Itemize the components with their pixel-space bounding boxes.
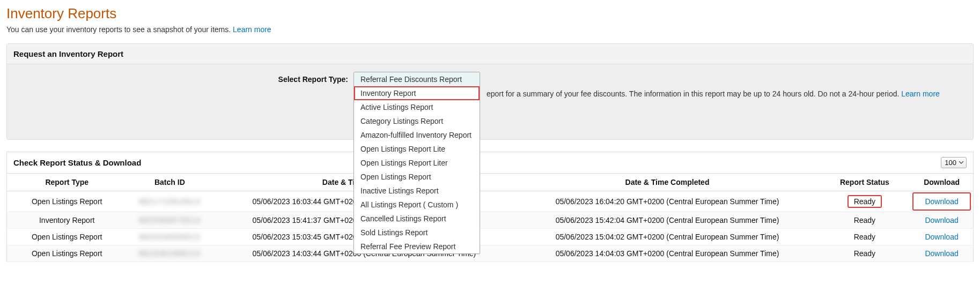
download-link[interactable]: Download bbox=[925, 216, 958, 225]
cell-download: Download bbox=[910, 191, 973, 212]
cell-report-type: Open Listings Report bbox=[7, 229, 127, 245]
cell-date-completed: 05/06/2023 15:04:02 GMT+0200 (Central Eu… bbox=[515, 229, 819, 245]
table-row: Inventory Report882008907501305/06/2023 … bbox=[7, 212, 974, 229]
col-download: Download bbox=[910, 174, 973, 191]
table-row: Open Listings Report882004609901305/06/2… bbox=[7, 229, 974, 245]
subtitle-text: You can use your inventory reports to se… bbox=[6, 25, 233, 34]
table-row: Open Listings Report881938198921305/06/2… bbox=[7, 245, 974, 262]
table-header-row: Report Type Batch ID Date & Time Request… bbox=[7, 174, 974, 191]
dropdown-option[interactable]: All Listings Report ( Custom ) bbox=[354, 198, 480, 212]
report-description-text: eport for a summary of your fee discount… bbox=[487, 89, 901, 98]
cell-report-type: Inventory Report bbox=[7, 212, 127, 229]
dropdown-option[interactable]: Open Listings Report Lite bbox=[354, 142, 480, 156]
status-panel-header-row: Check Report Status & Download 100 bbox=[6, 152, 974, 173]
cell-batch-id: 8820089075013 bbox=[127, 212, 212, 229]
request-report-header: Request an Inventory Report bbox=[7, 44, 973, 64]
table-row: Open Listings Report882171091091305/06/2… bbox=[7, 191, 974, 212]
dropdown-option[interactable]: Referral Fee Discounts Report bbox=[354, 72, 480, 86]
cell-date-completed: 05/06/2023 16:04:20 GMT+0200 (Central Eu… bbox=[515, 191, 819, 212]
cell-report-status: Ready bbox=[819, 229, 911, 245]
cell-report-type: Open Listings Report bbox=[7, 191, 127, 212]
col-report-type: Report Type bbox=[7, 174, 127, 191]
request-report-panel: Request an Inventory Report Select Repor… bbox=[6, 43, 974, 140]
cell-batch-id: 8821710910913 bbox=[127, 191, 212, 212]
request-report-body: Select Report Type: Referral Fee Discoun… bbox=[7, 64, 973, 139]
dropdown-option[interactable]: Open Listings Report bbox=[354, 170, 480, 184]
cell-date-completed: 05/06/2023 15:42:04 GMT+0200 (Central Eu… bbox=[515, 212, 819, 229]
dropdown-option[interactable]: Amazon-fulfilled Inventory Report bbox=[354, 128, 480, 142]
dropdown-option[interactable]: Sold Listings Report bbox=[354, 226, 480, 240]
cell-download: Download bbox=[910, 229, 973, 245]
download-link[interactable]: Download bbox=[925, 233, 958, 241]
cell-download: Download bbox=[910, 212, 973, 229]
dropdown-option[interactable]: Cancelled Listings Report bbox=[354, 212, 480, 226]
download-link[interactable]: Download bbox=[925, 197, 958, 206]
cell-report-status: Ready bbox=[819, 245, 911, 262]
cell-download: Download bbox=[910, 245, 973, 262]
dropdown-option[interactable]: Open Listings Report Liter bbox=[354, 156, 480, 170]
page-subtitle: You can use your inventory reports to se… bbox=[6, 25, 974, 34]
cell-report-status: Ready bbox=[819, 212, 911, 229]
select-report-type-label: Select Report Type: bbox=[16, 72, 353, 84]
dropdown-option[interactable]: Referral Fee Preview Report bbox=[354, 240, 480, 253]
status-panel-header: Check Report Status & Download bbox=[13, 158, 141, 167]
reports-table: Report Type Batch ID Date & Time Request… bbox=[6, 173, 974, 262]
page-title: Inventory Reports bbox=[6, 5, 974, 22]
download-link[interactable]: Download bbox=[925, 249, 958, 258]
page-size-select[interactable]: 100 bbox=[941, 157, 967, 168]
page-size-value: 100 bbox=[945, 159, 956, 167]
col-date-completed: Date & Time Completed bbox=[515, 174, 819, 191]
cell-date-completed: 05/06/2023 14:04:03 GMT+0200 (Central Eu… bbox=[515, 245, 819, 262]
dropdown-option[interactable]: Active Listings Report bbox=[354, 100, 480, 114]
dropdown-option[interactable]: Inventory Report bbox=[354, 86, 480, 100]
dropdown-option[interactable]: Category Listings Report bbox=[354, 114, 480, 128]
dropdown-option[interactable]: Inactive Listings Report bbox=[354, 184, 480, 198]
learn-more-link[interactable]: Learn more bbox=[233, 25, 271, 34]
col-batch-id: Batch ID bbox=[127, 174, 212, 191]
cell-batch-id: 8819381989213 bbox=[127, 245, 212, 262]
cell-report-status: Ready bbox=[819, 191, 911, 212]
description-learn-more-link[interactable]: Learn more bbox=[901, 89, 940, 98]
report-description: eport for a summary of your fee discount… bbox=[480, 72, 964, 101]
report-type-dropdown[interactable]: Referral Fee Discounts ReportInventory R… bbox=[353, 72, 480, 254]
col-report-status: Report Status bbox=[819, 174, 911, 191]
chevron-down-icon bbox=[959, 159, 964, 167]
cell-batch-id: 8820046099013 bbox=[127, 229, 212, 245]
cell-report-type: Open Listings Report bbox=[7, 245, 127, 262]
